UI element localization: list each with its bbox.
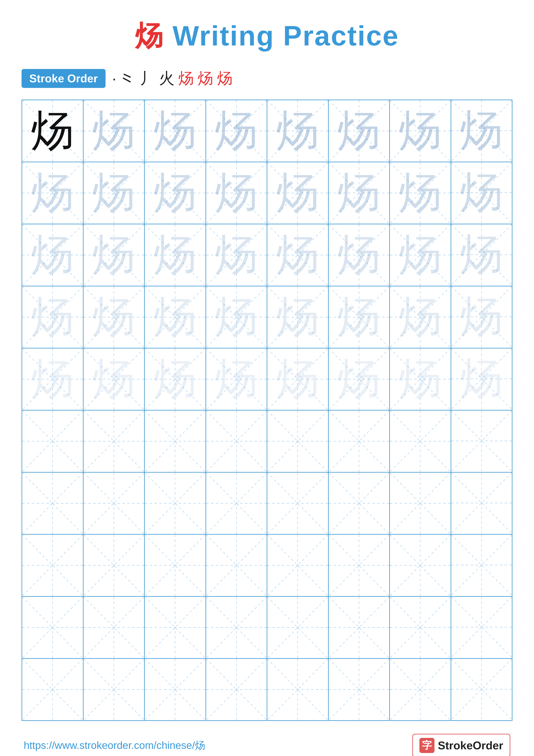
grid-cell-7-5[interactable] (267, 472, 329, 534)
grid-cell-2-6[interactable]: 炀 (329, 162, 390, 224)
grid-cell-6-7[interactable] (390, 411, 451, 472)
grid-cell-8-3[interactable] (145, 535, 206, 596)
grid-cell-5-2[interactable]: 炀 (84, 348, 145, 410)
grid-cell-2-3[interactable]: 炀 (145, 162, 206, 224)
grid-cell-1-1[interactable]: 炀 (22, 100, 84, 162)
grid-cell-4-1[interactable]: 炀 (22, 286, 84, 348)
grid-cell-7-4[interactable] (206, 472, 267, 534)
grid-row-6 (22, 411, 512, 472)
grid-cell-6-3[interactable] (145, 411, 206, 472)
grid-cell-8-7[interactable] (390, 535, 451, 596)
grid-cell-5-6[interactable]: 炀 (329, 348, 390, 410)
stroke-5: 炀 (178, 68, 194, 89)
grid-cell-3-2[interactable]: 炀 (84, 224, 145, 286)
grid-cell-3-1[interactable]: 炀 (22, 224, 84, 286)
grid-cell-6-5[interactable] (267, 411, 329, 472)
grid-cell-9-8[interactable] (451, 597, 512, 658)
grid-cell-10-2[interactable] (84, 659, 145, 720)
grid-cell-1-5[interactable]: 炀 (267, 100, 329, 162)
grid-cell-2-4[interactable]: 炀 (206, 162, 267, 224)
footer-logo-icon: 字 (420, 738, 435, 753)
grid-row-8 (22, 535, 512, 597)
grid-cell-10-7[interactable] (390, 659, 451, 720)
grid-cell-3-8[interactable]: 炀 (451, 224, 512, 285)
grid-cell-5-5[interactable]: 炀 (267, 348, 329, 410)
grid-cell-10-1[interactable] (22, 659, 84, 720)
grid-cell-6-4[interactable] (206, 411, 267, 472)
grid-cell-4-8[interactable]: 炀 (451, 286, 512, 347)
stroke-7: 炀 (217, 68, 233, 89)
grid-cell-10-6[interactable] (329, 659, 390, 720)
stroke-sequence: · ⺀ 丿 火 炀 炀 炀 (112, 68, 233, 89)
stroke-order-row: Stroke Order · ⺀ 丿 火 炀 炀 炀 (21, 68, 513, 89)
grid-cell-9-7[interactable] (390, 597, 451, 658)
stroke-order-badge: Stroke Order (21, 69, 106, 88)
grid-cell-9-3[interactable] (145, 597, 206, 658)
grid-cell-10-4[interactable] (206, 659, 267, 720)
grid-cell-4-5[interactable]: 炀 (267, 286, 329, 348)
grid-cell-2-1[interactable]: 炀 (22, 162, 84, 224)
grid-cell-8-2[interactable] (84, 535, 145, 596)
grid-cell-10-8[interactable] (451, 659, 512, 719)
grid-cell-9-6[interactable] (329, 597, 390, 658)
stroke-2: ⺀ (120, 68, 136, 89)
grid-cell-7-8[interactable] (451, 472, 512, 533)
grid-cell-9-1[interactable] (22, 597, 84, 658)
grid-cell-10-5[interactable] (267, 659, 329, 720)
grid-cell-1-6[interactable]: 炀 (329, 100, 390, 162)
grid-cell-7-6[interactable] (329, 472, 390, 534)
grid-cell-2-8[interactable]: 炀 (451, 162, 512, 223)
grid-cell-6-2[interactable] (84, 411, 145, 472)
stroke-6: 炀 (198, 68, 213, 89)
grid-cell-1-7[interactable]: 炀 (390, 100, 451, 162)
grid-cell-9-2[interactable] (84, 597, 145, 658)
grid-cell-7-2[interactable] (84, 472, 145, 534)
grid-cell-7-1[interactable] (22, 472, 84, 534)
grid-cell-2-7[interactable]: 炀 (390, 162, 451, 224)
grid-cell-4-6[interactable]: 炀 (329, 286, 390, 348)
grid-cell-9-4[interactable] (206, 597, 267, 658)
grid-cell-4-3[interactable]: 炀 (145, 286, 206, 348)
grid-cell-4-7[interactable]: 炀 (390, 286, 451, 348)
footer-logo: 字 StrokeOrder (412, 734, 510, 756)
grid-cell-6-6[interactable] (329, 411, 390, 472)
grid-cell-2-2[interactable]: 炀 (84, 162, 145, 224)
grid-cell-9-5[interactable] (267, 597, 329, 658)
grid-cell-3-5[interactable]: 炀 (267, 224, 329, 286)
grid-cell-3-3[interactable]: 炀 (145, 224, 206, 286)
grid-cell-8-6[interactable] (329, 535, 390, 596)
grid-cell-1-8[interactable]: 炀 (451, 100, 512, 161)
grid-cell-4-4[interactable]: 炀 (206, 286, 267, 348)
grid-cell-3-6[interactable]: 炀 (329, 224, 390, 286)
title-suffix: Writing Practice (172, 20, 399, 51)
grid-cell-8-4[interactable] (206, 535, 267, 596)
page-content: 炀 Writing Practice Stroke Order · ⺀ 丿 火 … (0, 0, 534, 756)
grid-cell-8-1[interactable] (22, 535, 84, 596)
grid-cell-6-8[interactable] (451, 411, 512, 471)
grid-row-7 (22, 472, 512, 535)
grid-cell-2-5[interactable]: 炀 (267, 162, 329, 224)
grid-row-5: 炀 炀 (22, 348, 512, 411)
footer-logo-text: StrokeOrder (438, 739, 503, 752)
grid-cell-3-4[interactable]: 炀 (206, 224, 267, 286)
grid-cell-8-5[interactable] (267, 535, 329, 596)
grid-cell-5-3[interactable]: 炀 (145, 348, 206, 410)
practice-grid: 炀 炀 (21, 99, 513, 721)
grid-cell-1-3[interactable]: 炀 (145, 100, 206, 162)
grid-cell-8-8[interactable] (451, 535, 512, 595)
stroke-1: · (112, 69, 116, 87)
grid-cell-7-3[interactable] (145, 472, 206, 534)
grid-cell-1-2[interactable]: 炀 (84, 100, 145, 162)
grid-row-2: 炀 炀 (22, 162, 512, 224)
grid-cell-5-7[interactable]: 炀 (390, 348, 451, 410)
grid-cell-10-3[interactable] (145, 659, 206, 720)
footer-url[interactable]: https://www.strokeorder.com/chinese/炀 (24, 739, 205, 752)
grid-cell-5-4[interactable]: 炀 (206, 348, 267, 410)
grid-cell-6-1[interactable] (22, 411, 84, 472)
grid-cell-3-7[interactable]: 炀 (390, 224, 451, 286)
grid-cell-5-1[interactable]: 炀 (22, 348, 84, 410)
grid-cell-5-8[interactable]: 炀 (451, 348, 512, 409)
grid-cell-7-7[interactable] (390, 472, 451, 534)
grid-cell-4-2[interactable]: 炀 (84, 286, 145, 348)
grid-cell-1-4[interactable]: 炀 (206, 100, 267, 162)
